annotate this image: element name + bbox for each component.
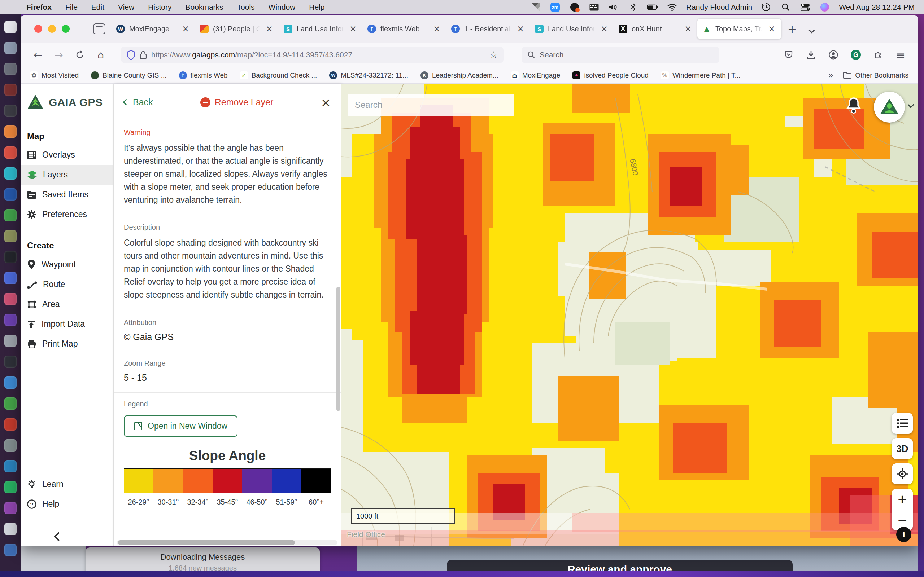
open-in-new-window-button[interactable]: Open in New Window	[124, 416, 237, 437]
zoom-window-button[interactable]	[62, 25, 69, 33]
sidebar-item-saved-items[interactable]: Saved Items	[21, 185, 113, 205]
tab-onx-hunt[interactable]: X onX Hunt ×	[614, 19, 697, 39]
bookmark-star-icon[interactable]: ☆	[489, 49, 498, 60]
tab-moxiengage[interactable]: W MoxiEngage ×	[111, 19, 195, 39]
zoom-app-icon[interactable]: zm	[550, 3, 561, 12]
bluetooth-icon[interactable]	[628, 3, 638, 12]
close-window-button[interactable]	[34, 25, 42, 33]
menu-firefox[interactable]: Firefox	[19, 3, 58, 11]
panel-vertical-scrollbar[interactable]	[336, 287, 340, 411]
bookmark-blaine-county[interactable]: Blaine County GIS ...	[91, 71, 166, 79]
tab-flexmls[interactable]: ↑ flexmls Web ×	[362, 19, 446, 39]
map-search-input[interactable]: Search	[347, 94, 514, 116]
time-machine-icon[interactable]	[761, 3, 772, 12]
sidebar-item-layers[interactable]: Layers	[21, 165, 113, 185]
dock-icon[interactable]	[4, 209, 16, 221]
menu-edit[interactable]: Edit	[84, 3, 111, 11]
map-legend-list-button[interactable]	[892, 413, 913, 434]
sidebar-item-preferences[interactable]: Preferences	[21, 205, 113, 224]
dock-icon[interactable]	[4, 230, 16, 242]
pocket-icon[interactable]	[779, 46, 798, 63]
menu-clock[interactable]: Wed Aug 28 12:24 PM	[839, 3, 914, 11]
collapse-sidebar-icon[interactable]	[54, 532, 63, 541]
bookmark-most-visited[interactable]: ✿Most Visited	[30, 71, 79, 79]
dock-icon[interactable]	[4, 272, 16, 284]
home-icon[interactable]: ⌂	[91, 46, 110, 63]
bookmarks-overflow-icon[interactable]: »	[828, 70, 834, 81]
sidebar-item-import-data[interactable]: Import Data	[21, 314, 113, 334]
dock-icon[interactable]	[4, 126, 16, 138]
tab-close-icon[interactable]: ×	[181, 24, 190, 34]
map-3d-button[interactable]: 3D	[892, 438, 913, 459]
dock-icon[interactable]	[4, 84, 16, 96]
tab-topo-maps-active[interactable]: ▲ Topo Maps, Tra ×	[697, 19, 781, 39]
dock-icon[interactable]	[4, 335, 16, 347]
dock-icon[interactable]	[4, 460, 16, 472]
remove-layer-button[interactable]: Remove Layer	[200, 97, 274, 108]
back-icon[interactable]: ←	[29, 46, 47, 63]
bookmark-background-check[interactable]: ✓Background Check ...	[240, 71, 317, 79]
url-bar[interactable]: https://www.gaiagps.com/map/?loc=14.9/-1…	[121, 47, 504, 63]
keyboard-icon[interactable]	[589, 3, 599, 12]
dock-icon[interactable]	[4, 293, 16, 305]
dock-icon[interactable]	[4, 502, 16, 514]
forward-icon[interactable]: →	[50, 46, 68, 63]
sidebar-item-learn[interactable]: Learn	[21, 474, 113, 494]
close-panel-icon[interactable]: ×	[320, 95, 331, 110]
dock-icon[interactable]	[4, 418, 16, 430]
account-icon[interactable]	[824, 46, 843, 63]
downloads-icon[interactable]	[802, 46, 821, 63]
dock-icon[interactable]	[4, 481, 16, 493]
tab-close-icon[interactable]: ×	[683, 24, 692, 34]
grammarly-extension-icon[interactable]: G	[846, 46, 865, 63]
dock-icon[interactable]	[4, 439, 16, 451]
bookmark-flexmls[interactable]: ↑flexmls Web	[179, 71, 228, 79]
dock-icon[interactable]	[4, 167, 16, 180]
tab-close-icon[interactable]: ×	[767, 24, 776, 34]
firefox-view-icon[interactable]	[93, 23, 105, 34]
dock-icon[interactable]	[4, 63, 16, 75]
menu-file[interactable]: File	[58, 3, 84, 11]
dock-icon[interactable]	[4, 21, 16, 33]
map-canvas[interactable]: 6800 Search 3D	[341, 84, 918, 546]
tab-close-icon[interactable]: ×	[265, 24, 274, 34]
zoom-in-button[interactable]: +	[892, 488, 913, 510]
extension-icon[interactable]	[869, 46, 888, 63]
tab-close-icon[interactable]: ×	[516, 24, 525, 34]
sidebar-item-route[interactable]: Route	[21, 274, 113, 294]
browser-search-bar[interactable]: Search	[522, 47, 719, 63]
new-tab-button[interactable]: +	[781, 23, 803, 35]
tab-land-use-2[interactable]: S Land Use Inform ×	[530, 19, 614, 39]
menu-help[interactable]: Help	[302, 3, 331, 11]
tracking-shield-icon[interactable]	[127, 50, 135, 60]
dock-icon[interactable]	[4, 188, 16, 200]
tab-people[interactable]: (31) People | Clo ×	[195, 19, 279, 39]
dock-icon[interactable]	[4, 42, 16, 54]
sidebar-item-waypoint[interactable]: Waypoint	[21, 254, 113, 274]
bookmark-leadership[interactable]: KLeadership Academ...	[420, 71, 498, 79]
dock-icon[interactable]	[4, 377, 16, 389]
bookmark-mls[interactable]: WMLS#24-332172: 11...	[329, 71, 408, 79]
dock-icon[interactable]	[4, 251, 16, 263]
notifications-bell-icon[interactable]	[846, 97, 861, 115]
battery-icon[interactable]	[647, 3, 658, 12]
tab-land-use-1[interactable]: S Land Use Inform ×	[279, 19, 362, 39]
locate-me-button[interactable]	[892, 463, 913, 484]
dock-icon[interactable]	[4, 147, 16, 159]
dock-icon[interactable]	[4, 544, 16, 556]
tab-close-icon[interactable]: ×	[349, 24, 357, 34]
panel-horizontal-scrollbar[interactable]	[116, 540, 338, 545]
list-all-tabs-icon[interactable]	[803, 23, 821, 35]
grammarly-menu-icon[interactable]	[569, 3, 580, 12]
wifi-icon[interactable]	[667, 3, 677, 12]
menu-tools[interactable]: Tools	[230, 3, 262, 11]
dock-icon[interactable]	[4, 397, 16, 410]
control-center-icon[interactable]	[800, 3, 811, 12]
tab-residential[interactable]: ↑ 1 - Residential | ×	[446, 19, 530, 39]
menu-user-name[interactable]: Randy Flood Admin	[686, 3, 752, 11]
menu-window[interactable]: Window	[262, 3, 302, 11]
dock-icon[interactable]	[4, 523, 16, 535]
sidebar-item-overlays[interactable]: Overlays	[21, 145, 113, 165]
menu-view[interactable]: View	[111, 3, 141, 11]
tab-close-icon[interactable]: ×	[600, 24, 609, 34]
